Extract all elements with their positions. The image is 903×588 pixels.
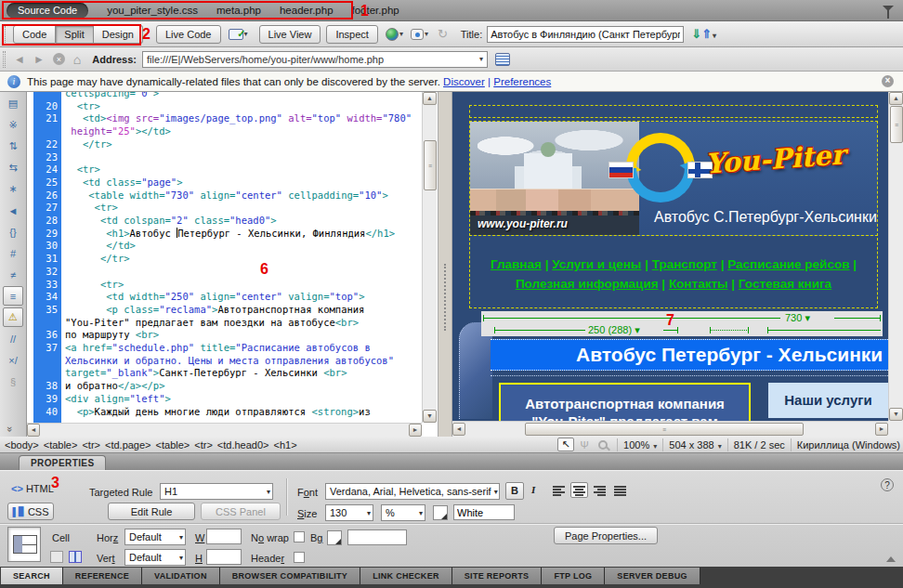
remove-comment-icon[interactable]: ×/ [3, 350, 23, 370]
toolbar-grip[interactable] [3, 26, 6, 43]
results-tab-server-debug[interactable]: SERVER DEBUG [605, 568, 700, 584]
tag-selector-item[interactable]: <td.head0> [217, 439, 269, 451]
hand-tool-icon[interactable]: Ψ [576, 438, 593, 451]
nowrap-checkbox[interactable] [294, 531, 305, 542]
results-tab-link-checker[interactable]: LINK CHECKER [360, 568, 452, 584]
text-color-swatch[interactable] [433, 505, 448, 520]
help-icon[interactable]: ? [881, 478, 894, 491]
tag-selector-item[interactable]: <td.page> [105, 439, 151, 451]
related-file-tab[interactable]: meta.php [216, 5, 261, 16]
reclama-text-block[interactable]: Автотранспортная компания "You-Piter" пр… [499, 383, 751, 422]
align-justify-icon[interactable] [611, 482, 629, 498]
html-mode-button[interactable]: <> HTML [11, 483, 54, 494]
bold-button[interactable]: B [505, 482, 524, 500]
results-tab-reference[interactable]: REFERENCE [63, 568, 142, 584]
select-parent-tag-icon[interactable]: ◄ [3, 201, 23, 220]
address-dropdown-icon[interactable]: ▾ [479, 55, 483, 63]
scroll-down-icon[interactable]: ▼ [423, 410, 437, 423]
collapse-panel-icon[interactable] [886, 556, 896, 562]
code-view-button[interactable]: Code [13, 25, 56, 44]
services-heading-block[interactable]: Наши услуги [768, 383, 888, 418]
related-file-tab[interactable]: you_piter_style.css [107, 5, 198, 16]
tag-selector-item[interactable]: <h1> [274, 439, 297, 451]
scroll-right-icon[interactable]: ► [409, 424, 422, 437]
design-view-button[interactable]: Design [94, 25, 143, 44]
format-source-icon[interactable]: § [3, 372, 23, 391]
design-pane[interactable]: You-Piter Автобус С.Петербург-Хельсинки … [452, 92, 903, 437]
word-wrap-icon[interactable]: ≡ [3, 286, 23, 306]
apply-comment-icon[interactable]: // [3, 329, 23, 348]
preview-in-browser-icon[interactable]: ▾ [386, 28, 403, 41]
scrollbar-thumb[interactable]: ≡ [424, 140, 437, 190]
align-left-icon[interactable] [550, 482, 568, 498]
live-view-options-icon[interactable] [495, 53, 510, 66]
related-file-tab[interactable]: header.php [280, 5, 334, 16]
scroll-right-icon[interactable]: ► [875, 423, 888, 436]
split-view-divider[interactable] [438, 92, 452, 437]
discover-link[interactable]: Discover [443, 76, 485, 87]
line-numbers-icon[interactable]: # [3, 243, 23, 263]
results-tab-search[interactable]: SEARCH [1, 568, 63, 584]
vert-select[interactable]: Default▾ [124, 549, 186, 566]
code-editor[interactable]: cellspacing="0">20 <tr>21 <td><img src="… [33, 92, 424, 424]
tag-selector-item[interactable]: <table> [156, 439, 190, 451]
design-vertical-scrollbar[interactable]: ▲ ≡ ▼ [888, 92, 903, 421]
expand-all-icon[interactable]: ∗ [3, 179, 23, 199]
italic-button[interactable]: I [531, 484, 535, 495]
targeted-rule-select[interactable]: H1▾ [160, 483, 273, 500]
properties-tab[interactable]: PROPERTIES [19, 455, 106, 470]
put-file-icon[interactable]: ⇑▾ [701, 27, 716, 41]
live-view-button[interactable]: Live View [259, 25, 321, 44]
stop-icon[interactable]: × [53, 53, 65, 65]
scroll-down-icon[interactable]: ▼ [889, 408, 903, 421]
code-navigator-icon[interactable]: ※ [3, 115, 23, 135]
address-field[interactable]: file:///E|/WebServers/home/you-piter/www… [142, 51, 488, 68]
inspect-button[interactable]: Inspect [326, 25, 377, 44]
scrollbar-thumb[interactable]: ≡ [890, 106, 903, 143]
column-width-label[interactable]: 250 (288) ▾ [585, 324, 643, 336]
tag-selector-item[interactable]: <body> [5, 439, 39, 451]
split-view-button[interactable]: Split [56, 25, 93, 44]
syntax-error-alerts-icon[interactable]: ⚠ [3, 307, 23, 327]
toolbar-grip[interactable] [3, 51, 6, 68]
live-code-button[interactable]: Live Code [156, 25, 221, 44]
results-tab-browser-compatibility[interactable]: BROWSER COMPATIBILITY [220, 568, 360, 584]
get-file-icon[interactable]: ⇓ [691, 27, 701, 41]
cell-height-input[interactable] [206, 549, 242, 565]
source-code-tab[interactable]: Source Code [7, 3, 88, 19]
collapse-full-tag-icon[interactable]: ⇅ [3, 137, 23, 156]
refresh-icon[interactable]: ↻ [438, 27, 448, 41]
results-tab-site-reports[interactable]: SITE REPORTS [452, 568, 543, 584]
site-nav-link[interactable]: Полезная информация [516, 277, 659, 291]
code-vertical-scrollbar[interactable]: ▲ ≡ ▼ [422, 92, 437, 423]
results-tab-ftp-log[interactable]: FTP LOG [542, 568, 605, 584]
check-browser-compatibility-icon[interactable]: ▾ [229, 29, 248, 40]
window-size[interactable]: 504 x 388 ▾ [669, 439, 721, 451]
scroll-left-icon[interactable]: ◄ [27, 424, 40, 437]
chevron-icon[interactable]: » [5, 426, 16, 432]
design-horizontal-scrollbar[interactable]: ◄ ≡ ► [452, 421, 888, 437]
font-select[interactable]: Verdana, Arial, Helvetica, sans-serif▾ [325, 483, 500, 500]
design-canvas[interactable]: You-Piter Автобус С.Петербург-Хельсинки … [452, 92, 888, 422]
filter-icon[interactable] [883, 6, 894, 11]
align-right-icon[interactable] [591, 482, 609, 498]
css-mode-button[interactable]: ▌▊ CSS [7, 503, 54, 520]
scroll-left-icon[interactable]: ◄ [452, 423, 465, 436]
preferences-link[interactable]: Preferences [493, 76, 551, 87]
back-icon[interactable]: ◄ [14, 53, 25, 66]
site-nav-link[interactable]: Главная [491, 257, 542, 271]
home-icon[interactable]: ⌂ [73, 52, 81, 67]
tag-selector-item[interactable]: <tr> [82, 439, 100, 451]
scrollbar-thumb[interactable]: ≡ [525, 423, 804, 436]
site-nav-link[interactable]: Транспорт [652, 257, 717, 271]
results-tab-validation[interactable]: VALIDATION [142, 568, 220, 584]
site-nav-link[interactable]: Расписание рейсов [727, 257, 849, 271]
open-documents-icon[interactable]: ▤ [3, 94, 23, 113]
split-cell-icon[interactable] [69, 551, 82, 563]
merge-cells-icon[interactable] [50, 551, 63, 563]
close-icon[interactable]: × [882, 75, 894, 87]
highlight-invalid-code-icon[interactable]: ≠ [3, 265, 23, 284]
bg-color-swatch[interactable] [327, 530, 342, 545]
bg-color-input[interactable] [347, 529, 407, 545]
select-tool-icon[interactable]: ↖ [557, 438, 574, 451]
